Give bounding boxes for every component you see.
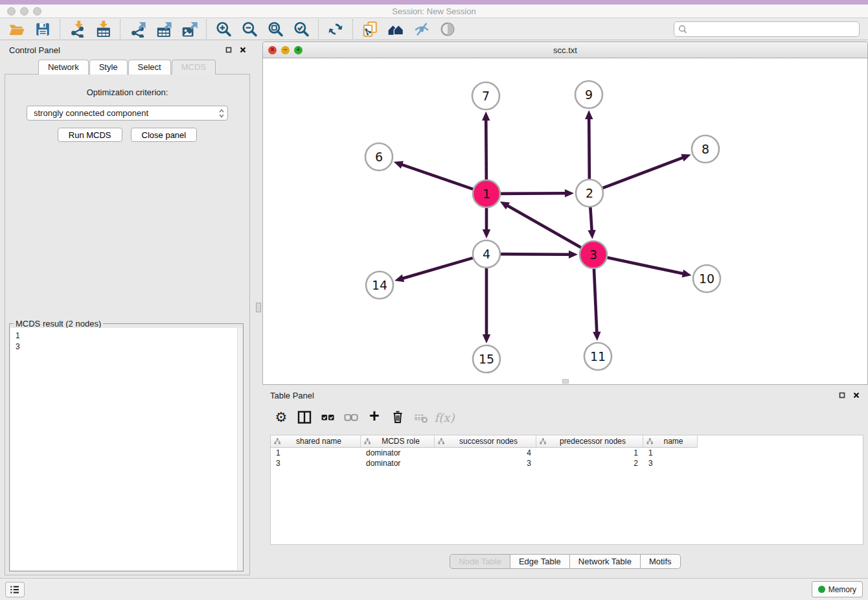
column-header-name[interactable]: name bbox=[643, 435, 698, 448]
result-scrollbar[interactable] bbox=[237, 328, 242, 570]
tab-network[interactable]: Network bbox=[38, 60, 89, 75]
deselect-all-icon[interactable] bbox=[341, 408, 361, 427]
table-cell[interactable]: 3 bbox=[435, 458, 536, 468]
export-network-icon[interactable] bbox=[124, 19, 150, 39]
close-table-panel-icon[interactable] bbox=[851, 390, 862, 400]
graph-edge-1-7[interactable] bbox=[486, 119, 486, 179]
tab-mcds[interactable]: MCDS bbox=[172, 60, 216, 75]
hide-graphics-details-icon[interactable] bbox=[409, 19, 435, 39]
table-cell[interactable]: 1 bbox=[536, 448, 643, 458]
column-layout-icon[interactable] bbox=[295, 408, 314, 427]
panel-splitter[interactable] bbox=[255, 40, 262, 578]
optimization-criterion-label: Optimization criterion: bbox=[87, 87, 168, 97]
zoom-fit-icon[interactable] bbox=[262, 19, 288, 39]
chevron-up-down-icon bbox=[218, 108, 225, 119]
settings-gear-icon[interactable]: ⚙ bbox=[271, 408, 291, 427]
column-header-label: successor nodes bbox=[446, 437, 536, 446]
graph-edge-1-2[interactable] bbox=[501, 193, 566, 194]
home-icon[interactable] bbox=[383, 19, 409, 39]
graph-edge-3-10[interactable] bbox=[608, 258, 684, 274]
graph-node-label-9: 9 bbox=[585, 87, 593, 102]
import-network-icon[interactable] bbox=[64, 19, 90, 39]
export-table-icon[interactable] bbox=[150, 19, 176, 39]
table-row[interactable]: 1dominator411 bbox=[271, 448, 863, 458]
column-header-MCDS-role[interactable]: MCDS role bbox=[361, 435, 435, 448]
run-mcds-button[interactable]: Run MCDS bbox=[58, 128, 122, 142]
zoom-in-icon[interactable] bbox=[211, 19, 236, 39]
table-cell[interactable]: 3 bbox=[643, 458, 698, 468]
graph-edge-2-3[interactable] bbox=[590, 207, 591, 231]
app-title: Session: New Session bbox=[0, 6, 868, 16]
table-panel-title: Table Panel bbox=[270, 391, 833, 400]
close-panel-button[interactable]: Close panel bbox=[131, 128, 198, 142]
delete-entry-icon[interactable] bbox=[388, 408, 407, 427]
graph-edge-3-1[interactable] bbox=[507, 205, 581, 248]
graph-edge-4-14[interactable] bbox=[402, 258, 473, 279]
save-session-icon[interactable] bbox=[30, 19, 56, 39]
column-header-shared-name[interactable]: shared name bbox=[271, 435, 361, 448]
column-header-successor-nodes[interactable]: successor nodes bbox=[435, 435, 536, 448]
mcds-result-textarea[interactable]: 13 bbox=[10, 328, 242, 570]
import-table-icon[interactable] bbox=[90, 19, 116, 39]
network-maximize-button[interactable]: + bbox=[294, 46, 303, 54]
clone-network-icon[interactable] bbox=[357, 19, 383, 39]
table-row[interactable]: 3dominator323 bbox=[271, 458, 863, 468]
level-of-detail-icon[interactable] bbox=[435, 19, 461, 39]
tab-node-table[interactable]: Node Table bbox=[450, 554, 510, 569]
float-panel-icon[interactable] bbox=[223, 45, 234, 55]
graph-edge-arrowhead bbox=[482, 111, 490, 121]
column-header-label: predecessor nodes bbox=[548, 437, 643, 446]
network-window-titlebar[interactable]: scc.txt × − + bbox=[263, 42, 867, 58]
tab-network-table[interactable]: Network Table bbox=[570, 554, 641, 569]
graph-edge-arrowhead bbox=[565, 189, 574, 197]
close-panel-icon[interactable] bbox=[238, 45, 248, 55]
select-all-icon[interactable] bbox=[318, 408, 337, 427]
graph-edge-arrowhead bbox=[569, 251, 578, 259]
table-cell[interactable]: dominator bbox=[361, 448, 435, 458]
task-history-button[interactable] bbox=[5, 582, 25, 597]
graph-edge-2-9[interactable] bbox=[589, 118, 589, 179]
table-cell[interactable]: 3 bbox=[271, 458, 361, 468]
canvas-scrollbar-handle[interactable] bbox=[562, 379, 569, 384]
mcds-result-lines: 13 bbox=[10, 328, 242, 355]
memory-button[interactable]: Memory bbox=[812, 581, 863, 597]
graph-node-label-2: 2 bbox=[586, 186, 593, 200]
graph-edge-4-3[interactable] bbox=[501, 254, 570, 255]
memory-label: Memory bbox=[828, 585, 856, 594]
zoom-selected-icon[interactable] bbox=[288, 19, 314, 39]
table-cell[interactable]: 2 bbox=[536, 458, 643, 468]
network-view-window: scc.txt × − + 7968124314101511 bbox=[262, 41, 868, 385]
graph-node-label-4: 4 bbox=[483, 247, 490, 261]
refresh-layout-icon[interactable] bbox=[323, 19, 348, 39]
table-cell[interactable]: dominator bbox=[361, 458, 435, 468]
node-table[interactable]: shared nameMCDS rolesuccessor nodesprede… bbox=[270, 435, 863, 545]
zoom-out-icon[interactable] bbox=[236, 19, 262, 39]
tab-select[interactable]: Select bbox=[128, 60, 171, 75]
toolbar-separator bbox=[206, 19, 207, 39]
search-input[interactable] bbox=[690, 25, 855, 34]
table-cell[interactable]: 4 bbox=[435, 448, 536, 458]
network-canvas[interactable]: 7968124314101511 bbox=[263, 58, 867, 384]
network-minimize-button[interactable]: − bbox=[281, 46, 290, 54]
graph-edge-2-8[interactable] bbox=[603, 157, 684, 188]
mcds-result-title: MCDS result (2 nodes) bbox=[14, 319, 103, 329]
network-close-button[interactable]: × bbox=[268, 46, 277, 54]
table-cell[interactable]: 1 bbox=[271, 448, 361, 458]
tab-motifs[interactable]: Motifs bbox=[641, 554, 681, 569]
export-image-icon[interactable] bbox=[176, 19, 202, 39]
tab-style[interactable]: Style bbox=[89, 60, 128, 75]
open-session-icon[interactable] bbox=[4, 19, 30, 39]
delete-table-icon bbox=[411, 408, 431, 427]
graph-edge-3-11[interactable] bbox=[594, 269, 597, 333]
search-box[interactable] bbox=[674, 21, 860, 37]
graph-edge-1-6[interactable] bbox=[401, 165, 473, 189]
float-table-panel-icon[interactable] bbox=[837, 390, 847, 400]
network-graph[interactable]: 7968124314101511 bbox=[263, 58, 867, 384]
table-cell[interactable]: 1 bbox=[643, 448, 698, 458]
column-header-predecessor-nodes[interactable]: predecessor nodes bbox=[536, 435, 643, 448]
add-entry-icon[interactable]: + bbox=[365, 408, 384, 427]
tab-edge-table[interactable]: Edge Table bbox=[510, 554, 570, 569]
graph-edge-arrowhead bbox=[681, 154, 691, 162]
criterion-select[interactable]: strongly connected component bbox=[27, 106, 228, 121]
splitter-handle[interactable] bbox=[256, 303, 261, 312]
